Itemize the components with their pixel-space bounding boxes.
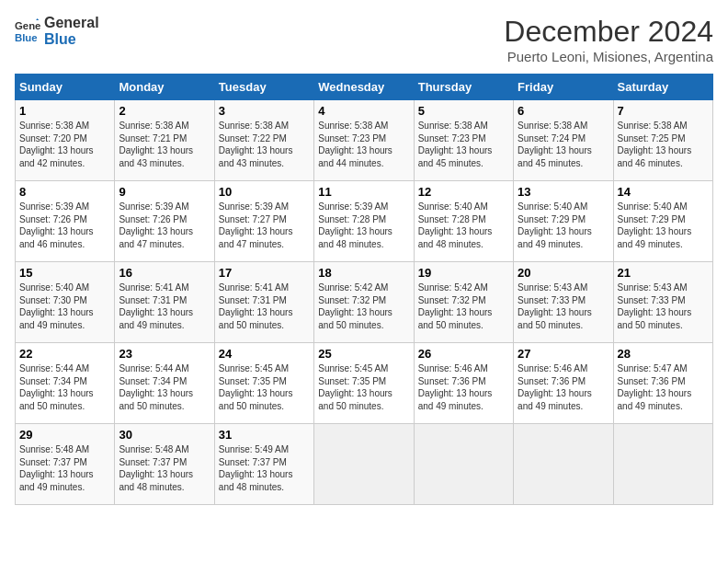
day-info: Sunrise: 5:39 AM Sunset: 7:26 PM Dayligh… — [19, 201, 110, 250]
day-number: 20 — [518, 266, 609, 280]
day-info: Sunrise: 5:41 AM Sunset: 7:31 PM Dayligh… — [119, 282, 210, 331]
day-info: Sunrise: 5:40 AM Sunset: 7:29 PM Dayligh… — [618, 201, 709, 250]
svg-marker-2 — [36, 18, 39, 20]
calendar-cell: 24Sunrise: 5:45 AM Sunset: 7:35 PM Dayli… — [214, 343, 313, 424]
header-day-friday: Friday — [514, 75, 613, 100]
calendar-cell: 31Sunrise: 5:49 AM Sunset: 7:37 PM Dayli… — [214, 424, 313, 505]
day-info: Sunrise: 5:46 AM Sunset: 7:36 PM Dayligh… — [418, 362, 509, 412]
day-number: 10 — [219, 185, 310, 199]
calendar-week-5: 29Sunrise: 5:48 AM Sunset: 7:37 PM Dayli… — [16, 424, 713, 505]
calendar-cell: 14Sunrise: 5:40 AM Sunset: 7:29 PM Dayli… — [613, 181, 712, 262]
calendar-cell: 15Sunrise: 5:40 AM Sunset: 7:30 PM Dayli… — [16, 262, 115, 343]
day-info: Sunrise: 5:49 AM Sunset: 7:37 PM Dayligh… — [219, 443, 310, 493]
calendar-cell: 4Sunrise: 5:38 AM Sunset: 7:23 PM Daylig… — [314, 100, 414, 181]
day-info: Sunrise: 5:38 AM Sunset: 7:23 PM Dayligh… — [318, 120, 409, 169]
day-info: Sunrise: 5:38 AM Sunset: 7:22 PM Dayligh… — [219, 120, 310, 169]
day-number: 28 — [618, 347, 709, 361]
day-number: 15 — [19, 266, 110, 280]
day-info: Sunrise: 5:48 AM Sunset: 7:37 PM Dayligh… — [119, 443, 210, 493]
month-title: December 2024 — [504, 15, 713, 49]
day-number: 18 — [318, 266, 409, 280]
day-number: 22 — [19, 347, 110, 361]
calendar-cell: 2Sunrise: 5:38 AM Sunset: 7:21 PM Daylig… — [115, 100, 214, 181]
day-number: 25 — [318, 347, 409, 361]
day-info: Sunrise: 5:48 AM Sunset: 7:37 PM Dayligh… — [19, 443, 110, 493]
header-row: SundayMondayTuesdayWednesdayThursdayFrid… — [16, 75, 713, 100]
calendar-cell: 11Sunrise: 5:39 AM Sunset: 7:28 PM Dayli… — [314, 181, 414, 262]
calendar-cell: 25Sunrise: 5:45 AM Sunset: 7:35 PM Dayli… — [314, 343, 414, 424]
day-info: Sunrise: 5:43 AM Sunset: 7:33 PM Dayligh… — [618, 282, 709, 331]
day-number: 2 — [119, 104, 210, 118]
day-number: 23 — [119, 347, 210, 361]
calendar-cell — [314, 424, 414, 505]
svg-text:Blue: Blue — [15, 31, 38, 42]
calendar-cell: 13Sunrise: 5:40 AM Sunset: 7:29 PM Dayli… — [514, 181, 613, 262]
day-number: 7 — [618, 104, 709, 118]
day-info: Sunrise: 5:44 AM Sunset: 7:34 PM Dayligh… — [19, 362, 110, 412]
calendar-cell: 26Sunrise: 5:46 AM Sunset: 7:36 PM Dayli… — [414, 343, 513, 424]
header-day-monday: Monday — [115, 75, 214, 100]
calendar-cell — [414, 424, 513, 505]
calendar-cell: 20Sunrise: 5:43 AM Sunset: 7:33 PM Dayli… — [514, 262, 613, 343]
day-number: 14 — [618, 185, 709, 199]
day-info: Sunrise: 5:47 AM Sunset: 7:36 PM Dayligh… — [618, 362, 709, 412]
day-number: 29 — [19, 428, 110, 442]
day-info: Sunrise: 5:39 AM Sunset: 7:28 PM Dayligh… — [318, 201, 409, 250]
day-info: Sunrise: 5:40 AM Sunset: 7:28 PM Dayligh… — [418, 201, 509, 250]
calendar-week-2: 8Sunrise: 5:39 AM Sunset: 7:26 PM Daylig… — [16, 181, 713, 262]
day-number: 11 — [318, 185, 409, 199]
header-day-tuesday: Tuesday — [214, 75, 313, 100]
day-number: 26 — [418, 347, 509, 361]
calendar-cell: 7Sunrise: 5:38 AM Sunset: 7:25 PM Daylig… — [613, 100, 712, 181]
calendar-cell: 29Sunrise: 5:48 AM Sunset: 7:37 PM Dayli… — [16, 424, 115, 505]
day-info: Sunrise: 5:43 AM Sunset: 7:33 PM Dayligh… — [518, 282, 609, 331]
day-number: 4 — [318, 104, 409, 118]
day-number: 1 — [19, 104, 110, 118]
header: General Blue General Blue December 2024 … — [15, 15, 713, 64]
calendar-table: SundayMondayTuesdayWednesdayThursdayFrid… — [15, 74, 713, 505]
day-info: Sunrise: 5:46 AM Sunset: 7:36 PM Dayligh… — [518, 362, 609, 412]
day-number: 19 — [418, 266, 509, 280]
calendar-cell: 3Sunrise: 5:38 AM Sunset: 7:22 PM Daylig… — [214, 100, 313, 181]
header-day-wednesday: Wednesday — [314, 75, 414, 100]
day-info: Sunrise: 5:38 AM Sunset: 7:20 PM Dayligh… — [19, 120, 110, 169]
day-info: Sunrise: 5:38 AM Sunset: 7:24 PM Dayligh… — [518, 120, 609, 169]
day-number: 31 — [219, 428, 310, 442]
logo-general: General — [44, 15, 99, 31]
calendar-cell: 10Sunrise: 5:39 AM Sunset: 7:27 PM Dayli… — [214, 181, 313, 262]
calendar-week-1: 1Sunrise: 5:38 AM Sunset: 7:20 PM Daylig… — [16, 100, 713, 181]
day-number: 30 — [119, 428, 210, 442]
calendar-cell: 8Sunrise: 5:39 AM Sunset: 7:26 PM Daylig… — [16, 181, 115, 262]
calendar-cell: 5Sunrise: 5:38 AM Sunset: 7:23 PM Daylig… — [414, 100, 513, 181]
calendar-week-3: 15Sunrise: 5:40 AM Sunset: 7:30 PM Dayli… — [16, 262, 713, 343]
title-area: December 2024 Puerto Leoni, Misiones, Ar… — [504, 15, 713, 64]
day-info: Sunrise: 5:40 AM Sunset: 7:30 PM Dayligh… — [19, 282, 110, 331]
calendar-cell — [514, 424, 613, 505]
day-info: Sunrise: 5:39 AM Sunset: 7:26 PM Dayligh… — [119, 201, 210, 250]
day-number: 17 — [219, 266, 310, 280]
day-number: 5 — [418, 104, 509, 118]
calendar-cell: 18Sunrise: 5:42 AM Sunset: 7:32 PM Dayli… — [314, 262, 414, 343]
day-number: 8 — [19, 185, 110, 199]
calendar-cell: 27Sunrise: 5:46 AM Sunset: 7:36 PM Dayli… — [514, 343, 613, 424]
calendar-cell: 6Sunrise: 5:38 AM Sunset: 7:24 PM Daylig… — [514, 100, 613, 181]
svg-text:General: General — [15, 20, 40, 31]
header-day-sunday: Sunday — [16, 75, 115, 100]
day-number: 6 — [518, 104, 609, 118]
day-number: 13 — [518, 185, 609, 199]
day-info: Sunrise: 5:38 AM Sunset: 7:21 PM Dayligh… — [119, 120, 210, 169]
calendar-cell: 23Sunrise: 5:44 AM Sunset: 7:34 PM Dayli… — [115, 343, 214, 424]
calendar-cell: 30Sunrise: 5:48 AM Sunset: 7:37 PM Dayli… — [115, 424, 214, 505]
logo-blue: Blue — [44, 31, 99, 48]
calendar-cell: 22Sunrise: 5:44 AM Sunset: 7:34 PM Dayli… — [16, 343, 115, 424]
day-info: Sunrise: 5:39 AM Sunset: 7:27 PM Dayligh… — [219, 201, 310, 250]
day-info: Sunrise: 5:40 AM Sunset: 7:29 PM Dayligh… — [518, 201, 609, 250]
calendar-cell: 21Sunrise: 5:43 AM Sunset: 7:33 PM Dayli… — [613, 262, 712, 343]
logo-icon: General Blue — [15, 18, 40, 44]
page-container: General Blue General Blue December 2024 … — [15, 15, 713, 505]
day-info: Sunrise: 5:42 AM Sunset: 7:32 PM Dayligh… — [418, 282, 509, 331]
subtitle: Puerto Leoni, Misiones, Argentina — [504, 49, 713, 64]
day-number: 24 — [219, 347, 310, 361]
calendar-cell: 9Sunrise: 5:39 AM Sunset: 7:26 PM Daylig… — [115, 181, 214, 262]
calendar-cell: 12Sunrise: 5:40 AM Sunset: 7:28 PM Dayli… — [414, 181, 513, 262]
